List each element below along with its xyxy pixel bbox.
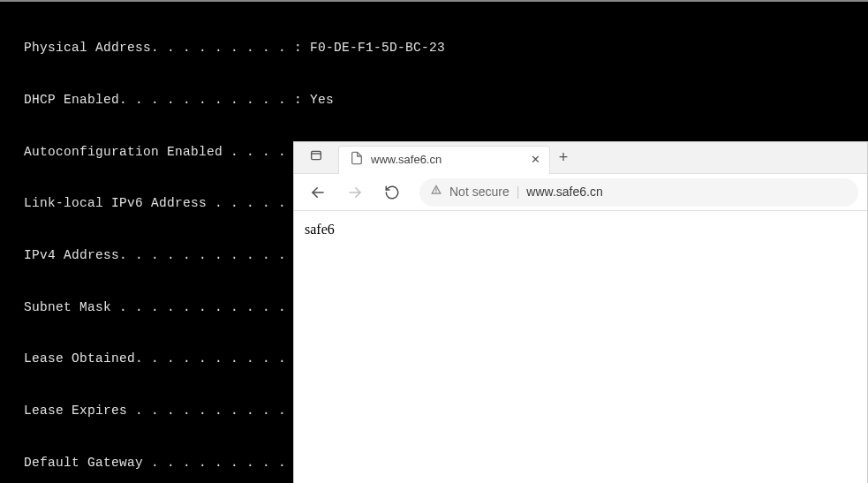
window-tab-group[interactable] [294, 148, 338, 168]
address-bar[interactable]: Not secure | www.safe6.cn [419, 178, 858, 207]
terminal-line: DHCP Enabled. . . . . . . . . . . : Yes [0, 92, 868, 109]
back-button[interactable] [303, 177, 333, 208]
url-text: www.safe6.cn [526, 184, 602, 200]
tab-close-icon[interactable]: ✕ [531, 152, 540, 168]
refresh-button[interactable] [377, 177, 407, 208]
addressbar-divider: | [517, 184, 520, 200]
browser-tab[interactable]: www.safe6.cn ✕ [338, 146, 550, 174]
page-content: safe6 [294, 211, 867, 248]
page-icon [350, 151, 364, 170]
page-body-text: safe6 [305, 222, 335, 237]
browser-tabbar: www.safe6.cn ✕ + [294, 142, 867, 174]
svg-rect-0 [312, 151, 321, 159]
tab-title: www.safe6.cn [371, 152, 524, 168]
forward-button[interactable] [340, 177, 370, 208]
browser-toolbar: Not secure | www.safe6.cn [294, 174, 867, 211]
not-secure-warning-icon [430, 184, 442, 200]
tab-actions-icon [309, 148, 323, 168]
new-tab-button[interactable]: + [550, 147, 577, 168]
browser-window: www.safe6.cn ✕ + Not secure | www [293, 141, 868, 483]
not-secure-label: Not secure [449, 184, 509, 200]
terminal-line: Physical Address. . . . . . . . . : F0-D… [0, 40, 868, 57]
